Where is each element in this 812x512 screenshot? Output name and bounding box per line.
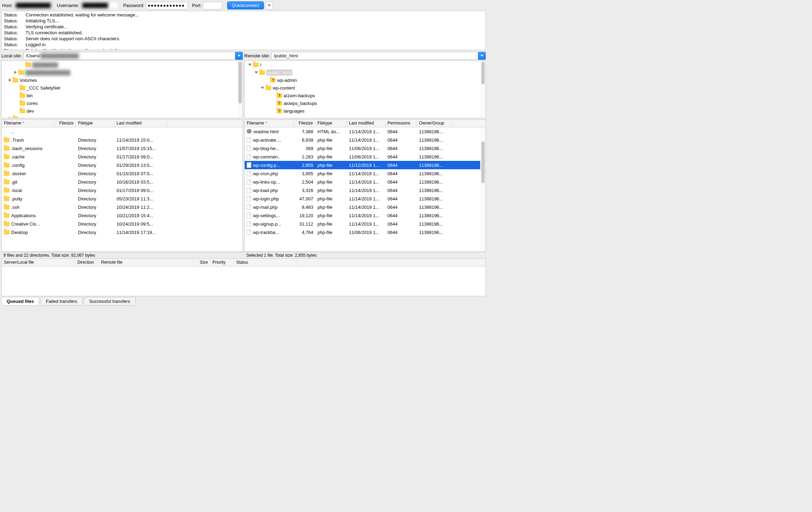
tree-item[interactable]: bin (2, 92, 243, 99)
folder-icon (25, 63, 31, 67)
column-header[interactable]: Filetype (76, 120, 114, 127)
collapse-icon[interactable] (248, 64, 252, 66)
column-header[interactable]: Filename⌃ (2, 120, 54, 127)
scrollbar-thumb[interactable] (481, 62, 485, 84)
file-row[interactable]: .config Directory 01/29/2019 13:5... (2, 161, 243, 169)
column-header[interactable]: Filesize (294, 120, 315, 127)
column-header[interactable]: Filetype (315, 120, 347, 127)
file-row[interactable]: .bash_sessions Directory 11/07/2019 15:1… (2, 144, 243, 152)
file-icon (247, 137, 251, 143)
column-header[interactable]: Server/Local file (2, 259, 75, 266)
expand-icon[interactable] (14, 71, 17, 74)
file-row[interactable]: .. (2, 127, 243, 136)
column-header[interactable]: Status (234, 259, 297, 266)
file-row[interactable]: .git Directory 10/16/2019 03:5... (2, 178, 243, 186)
file-row[interactable]: wp-commen.. 2,283 php-file 11/06/2019 1.… (245, 152, 485, 161)
column-header[interactable]: Remote file (99, 259, 194, 266)
file-row[interactable]: Desktop Directory 11/14/2019 17:19... (2, 228, 243, 236)
tree-item[interactable]: public_html (245, 69, 485, 76)
column-header[interactable]: Owner/Group (417, 120, 452, 127)
folder-unknown-icon: ? (276, 101, 282, 106)
column-header[interactable]: Priority (210, 259, 234, 266)
username-input[interactable] (80, 2, 119, 9)
log-message: Deleting "/public_html/wp-config-sample.… (26, 48, 117, 50)
collapse-icon[interactable] (261, 87, 264, 89)
file-row[interactable]: wp-login.php 47,007 php-file 11/14/2019 … (245, 194, 485, 203)
scrollbar-thumb[interactable] (238, 62, 242, 104)
column-header[interactable]: Last modified (347, 120, 385, 127)
tree-item[interactable]: ████████ (2, 61, 243, 69)
host-input[interactable] (14, 2, 52, 9)
filetype: Directory (76, 229, 114, 236)
file-row[interactable]: Creative Clo... Directory 10/24/2019 09:… (2, 220, 243, 228)
column-header[interactable]: Permissions (385, 120, 417, 127)
file-row[interactable]: wp-blog-he... 369 php-file 11/06/2019 1.… (245, 144, 485, 152)
tree-item[interactable]: cores (2, 99, 243, 107)
remote-tree[interactable]: /public_html?wp-adminwp-content?ai1wm-ba… (244, 61, 486, 118)
password-input[interactable] (146, 2, 188, 9)
local-path-dropdown[interactable] (235, 52, 243, 60)
collapse-icon[interactable] (254, 71, 258, 74)
tree-item[interactable]: dev (2, 107, 243, 115)
remote-path-dropdown[interactable] (478, 52, 486, 60)
quickconnect-button[interactable]: Quickconnect (227, 1, 264, 9)
file-row[interactable]: .local Directory 01/17/2019 09:0... (2, 186, 243, 194)
local-tree[interactable]: ██████████████████████Volumes_CCC Safety… (1, 61, 243, 118)
file-row[interactable]: wp-signup.p... 31,112 php-file 11/14/201… (245, 220, 485, 228)
tree-item[interactable]: ██████████████ (2, 69, 243, 76)
expand-icon[interactable] (9, 78, 11, 82)
tree-item[interactable]: ?wp-admin (245, 76, 485, 84)
file-row[interactable]: wp-settings... 19,120 php-file 11/14/201… (245, 211, 485, 220)
file-row[interactable]: .Trash Directory 11/14/2019 15:0... (2, 136, 243, 144)
message-log[interactable]: Status:Connection established, waiting f… (1, 11, 486, 50)
file-row[interactable]: readme.html 7,368 HTML do... 11/14/2019 … (245, 127, 485, 136)
local-file-list[interactable]: Filename⌃FilesizeFiletypeLast modified .… (1, 119, 243, 252)
tree-item[interactable]: Volumes (2, 76, 243, 84)
file-permissions: 0644 (385, 212, 417, 219)
file-row[interactable]: .docker Directory 01/15/2019 07:0... (2, 169, 243, 178)
file-row[interactable]: Applications Directory 10/21/2019 15:4..… (2, 211, 243, 220)
file-row[interactable]: wp-activate.... 6,939 php-file 11/14/201… (245, 136, 485, 144)
port-input[interactable] (203, 2, 222, 9)
file-row[interactable]: wp-links-op... 2,504 php-file 11/14/2019… (245, 178, 485, 186)
file-icon (247, 187, 251, 193)
column-header[interactable]: Size (194, 259, 210, 266)
folder-icon (253, 63, 259, 67)
column-header[interactable]: Filesize (54, 120, 76, 127)
column-header[interactable]: Direction (75, 259, 99, 266)
tree-item[interactable]: / (245, 61, 485, 69)
tree-item[interactable]: ?ai1wm-backups (245, 92, 485, 99)
file-modified: 11/14/2019 1... (347, 170, 385, 177)
tab-queued files[interactable]: Queued files (1, 297, 39, 306)
tree-item[interactable]: wp-content (245, 84, 485, 92)
local-path-input[interactable]: /Users/████████████ (23, 52, 235, 60)
file-row[interactable]: .putty Directory 05/23/2019 11:3... (2, 194, 243, 203)
file-row[interactable]: wp-cron.php 3,955 php-file 11/14/2019 1.… (245, 169, 485, 178)
tab-successful transfers[interactable]: Successful transfers (84, 297, 135, 306)
file-row[interactable]: wp-load.php 3,326 php-file 11/14/2019 1.… (245, 186, 485, 194)
column-header[interactable]: Filename⌃ (245, 120, 294, 127)
file-row[interactable]: .cache Directory 01/17/2019 09:0... (2, 152, 243, 161)
file-row[interactable]: wp-mail.php 8,483 php-file 11/14/2019 1.… (245, 203, 485, 211)
quickconnect-dropdown-button[interactable] (265, 2, 273, 9)
folder-icon (13, 116, 18, 118)
remote-file-list[interactable]: Filename⌃FilesizeFiletypeLast modifiedPe… (244, 119, 486, 252)
filetype: php-file (315, 187, 347, 194)
filesize: 369 (294, 145, 315, 152)
transfer-queue[interactable]: Server/Local fileDirectionRemote fileSiz… (1, 258, 486, 296)
file-row[interactable]: wp-trackba... 4,764 php-file 11/06/2019 … (245, 228, 485, 236)
tree-item[interactable]: ?languages (245, 107, 485, 115)
tree-label: ████████ (32, 62, 58, 67)
tree-item[interactable]: ?aiowps_backups (245, 99, 485, 107)
expand-icon[interactable] (9, 117, 11, 118)
file-owner: 11388196... (417, 229, 452, 236)
remote-path-input[interactable]: /public_html (271, 52, 478, 60)
file-row[interactable]: .ssh Directory 10/24/2019 11:2... (2, 203, 243, 211)
tree-item[interactable]: _CCC SafetyNet (2, 84, 243, 92)
filetype: php-file (315, 179, 347, 185)
file-row[interactable]: wp-config.p... 2,855 php-file 11/12/2019… (245, 161, 485, 169)
scrollbar-thumb[interactable] (481, 141, 485, 183)
tab-failed transfers[interactable]: Failed transfers (41, 297, 83, 306)
column-header[interactable]: Last modified (114, 120, 167, 127)
tree-item[interactable]: etc (2, 115, 243, 118)
